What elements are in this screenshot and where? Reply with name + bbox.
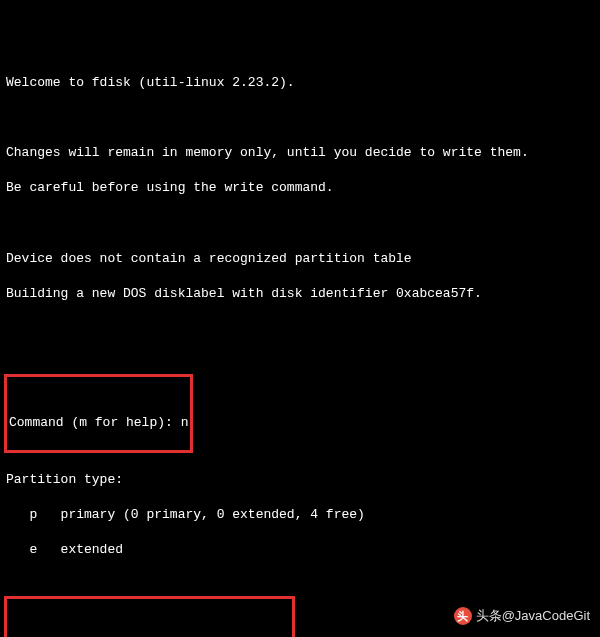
partition-type-option: e extended <box>6 541 594 559</box>
highlight-box-select-partition: Select (default p): p Partition number (… <box>4 596 295 637</box>
notice-line: Building a new DOS disklabel with disk i… <box>6 285 594 303</box>
welcome-line: Welcome to fdisk (util-linux 2.23.2). <box>6 74 594 92</box>
command-prompt: Command (m for help): n <box>9 414 188 432</box>
watermark: 头 头条@JavaCodeGit <box>454 607 590 625</box>
watermark-icon: 头 <box>454 607 472 625</box>
notice-line: Be careful before using the write comman… <box>6 179 594 197</box>
blank <box>6 320 594 338</box>
watermark-text: 头条@JavaCodeGit <box>476 607 590 625</box>
partition-type-option: p primary (0 primary, 0 extended, 4 free… <box>6 506 594 524</box>
partition-type-header: Partition type: <box>6 471 594 489</box>
blank <box>6 109 594 127</box>
notice-line: Changes will remain in memory only, unti… <box>6 144 594 162</box>
notice-line: Device does not contain a recognized par… <box>6 250 594 268</box>
blank <box>6 215 594 233</box>
highlight-box-new-partition: Command (m for help): n <box>4 374 193 452</box>
